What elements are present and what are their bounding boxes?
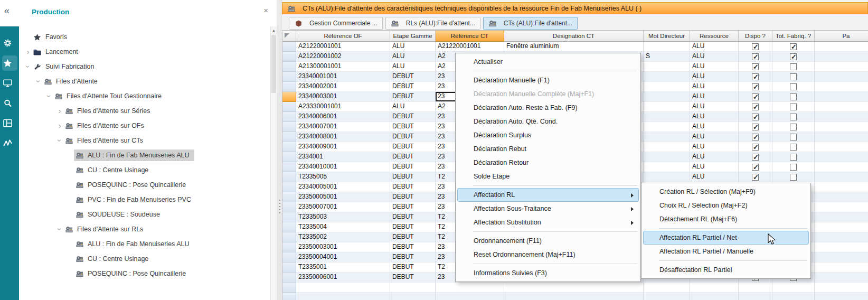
checkbox-checked[interactable] — [790, 53, 797, 60]
cell-pa[interactable] — [815, 92, 868, 102]
cell-pa[interactable] — [815, 72, 868, 82]
checkbox-checked[interactable] — [752, 154, 759, 161]
cell-tot-fabriq-checkbox[interactable] — [772, 162, 815, 172]
cell-tot-fabriq-checkbox[interactable] — [772, 122, 815, 132]
cell-mot-directeur[interactable] — [644, 172, 690, 182]
row-selector[interactable] — [282, 92, 296, 102]
row-selector[interactable] — [282, 152, 296, 162]
cell-reference-of[interactable]: A23330001001 — [296, 102, 390, 112]
row-selector[interactable] — [282, 212, 296, 222]
checkbox-checked[interactable] — [752, 43, 759, 50]
row-selector[interactable] — [282, 162, 296, 172]
cell-etape-gamme[interactable]: DEBUT — [390, 152, 436, 162]
checkbox-unchecked[interactable] — [790, 93, 797, 100]
checkbox-unchecked[interactable] — [790, 114, 797, 120]
cell-ressource[interactable]: ALU — [690, 42, 739, 52]
cell-dispo-checkbox[interactable] — [739, 82, 772, 92]
cell-mot-directeur[interactable]: S — [644, 52, 690, 62]
context-menu-item[interactable]: Affectation Substitution — [457, 215, 639, 229]
checkbox-unchecked[interactable] — [790, 104, 797, 110]
cell-pa[interactable] — [815, 212, 868, 222]
cell-pa[interactable] — [815, 152, 868, 162]
cell-pa[interactable] — [815, 252, 868, 262]
cell-ressource[interactable]: ALU — [690, 92, 739, 102]
cell-ressource[interactable]: ALU — [690, 122, 739, 132]
column-header[interactable]: Tot. Fabriq. ? — [772, 31, 815, 42]
cell-reference-of[interactable]: 23340002001 — [296, 82, 390, 92]
cell-mot-directeur[interactable] — [644, 72, 690, 82]
checkbox-checked[interactable] — [752, 53, 759, 60]
context-menu-item[interactable]: Reset Ordonnancement (Maj+F11) — [457, 248, 639, 261]
cell-reference-of[interactable]: 23350005001 — [296, 192, 390, 202]
checkbox-unchecked[interactable] — [790, 174, 797, 181]
cell-dispo-checkbox[interactable] — [739, 162, 772, 172]
tree-item[interactable]: Favoris — [19, 30, 270, 44]
cell-tot-fabriq-checkbox[interactable] — [772, 52, 815, 62]
cell-dispo-checkbox[interactable] — [739, 122, 772, 132]
cell-dispo-checkbox[interactable] — [739, 152, 772, 162]
tree-item[interactable]: ›Files d'Attente sur Séries — [19, 104, 270, 118]
cell-ressource[interactable]: ALU — [690, 82, 739, 92]
rail-item-activity[interactable] — [0, 133, 19, 153]
cell-reference-of[interactable]: 23340010001 — [296, 162, 390, 172]
cell-tot-fabriq-checkbox[interactable] — [772, 82, 815, 92]
cell-etape-gamme[interactable]: DEBUT — [390, 122, 436, 132]
cell-etape-gamme[interactable]: ALU — [390, 102, 436, 112]
cell-etape-gamme[interactable]: DEBUT — [390, 273, 436, 283]
row-selector[interactable] — [282, 182, 296, 192]
cell-etape-gamme[interactable]: DEBUT — [390, 162, 436, 172]
cell-etape-gamme[interactable]: DEBUT — [390, 72, 436, 82]
cell-etape-gamme[interactable]: ALU — [390, 42, 436, 52]
tab-gestion-commerciale[interactable]: Gestion Commerciale ... — [289, 17, 383, 30]
column-header[interactable]: Etape Gamme — [390, 31, 436, 42]
cell-dispo-checkbox[interactable] — [739, 112, 772, 122]
cell-mot-directeur[interactable] — [644, 102, 690, 112]
cell-pa[interactable] — [815, 142, 868, 152]
rail-item-monitor[interactable] — [0, 73, 19, 93]
checkbox-checked[interactable] — [752, 104, 759, 110]
nav-scrollbar[interactable]: ▲ — [270, 26, 277, 300]
tree-item[interactable]: ›Files d'Attente sur CTs — [19, 133, 270, 148]
cell-reference-of[interactable]: T2335001 — [296, 262, 390, 273]
row-selector[interactable] — [282, 102, 296, 112]
submenu-item[interactable]: Création RL / Sélection (Maj+F9) — [643, 185, 809, 199]
cell-reference-of[interactable]: 23350007001 — [296, 202, 390, 212]
cell-mot-directeur[interactable] — [644, 82, 690, 92]
cell-pa[interactable] — [815, 232, 868, 242]
cell-mot-directeur[interactable] — [644, 122, 690, 132]
cell-etape-gamme[interactable]: DEBUT — [390, 222, 436, 232]
cell-ressource[interactable]: ALU — [690, 162, 739, 172]
cell-mot-directeur[interactable] — [644, 42, 690, 52]
cell-etape-gamme[interactable]: DEBUT — [390, 242, 436, 252]
close-panel-icon[interactable]: × — [263, 6, 268, 15]
column-header[interactable]: Pa — [815, 31, 868, 42]
cell-tot-fabriq-checkbox[interactable] — [772, 72, 815, 82]
context-menu-item[interactable]: Déclaration Auto. Reste à Fab. (F9) — [457, 101, 639, 115]
cell-ressource[interactable]: ALU — [690, 132, 739, 142]
cell-reference-of[interactable]: 23340003001 — [296, 92, 390, 102]
tree-item[interactable]: ›Suivi Fabrication — [19, 59, 270, 74]
row-selector[interactable] — [282, 242, 296, 252]
cell-pa[interactable] — [815, 52, 868, 62]
column-header[interactable]: Dispo ? — [739, 31, 772, 42]
checkbox-checked[interactable] — [790, 43, 797, 50]
cell-ressource[interactable]: ALU — [690, 152, 739, 162]
panel-splitter[interactable] — [277, 0, 281, 300]
row-selector[interactable] — [282, 42, 296, 52]
column-header[interactable]: Désignation CT — [504, 31, 644, 42]
rail-item-gear[interactable] — [0, 33, 19, 53]
row-selector[interactable] — [282, 142, 296, 152]
cell-tot-fabriq-checkbox[interactable] — [772, 42, 815, 52]
cell-etape-gamme[interactable]: ALU — [390, 62, 436, 72]
checkbox-unchecked[interactable] — [790, 83, 797, 90]
cell-pa[interactable] — [815, 132, 868, 142]
cell-tot-fabriq-checkbox[interactable] — [772, 112, 815, 122]
cell-mot-directeur[interactable] — [644, 132, 690, 142]
checkbox-checked[interactable] — [752, 93, 759, 100]
cell-reference-of[interactable]: 23340009001 — [296, 142, 390, 152]
tree-item[interactable]: POSEQUINC : Pose Quincaillerie — [19, 177, 270, 192]
cell-mot-directeur[interactable] — [644, 162, 690, 172]
cell-etape-gamme[interactable]: DEBUT — [390, 172, 436, 182]
cell-etape-gamme[interactable]: DEBUT — [390, 262, 436, 273]
cell-etape-gamme[interactable]: DEBUT — [390, 92, 436, 102]
